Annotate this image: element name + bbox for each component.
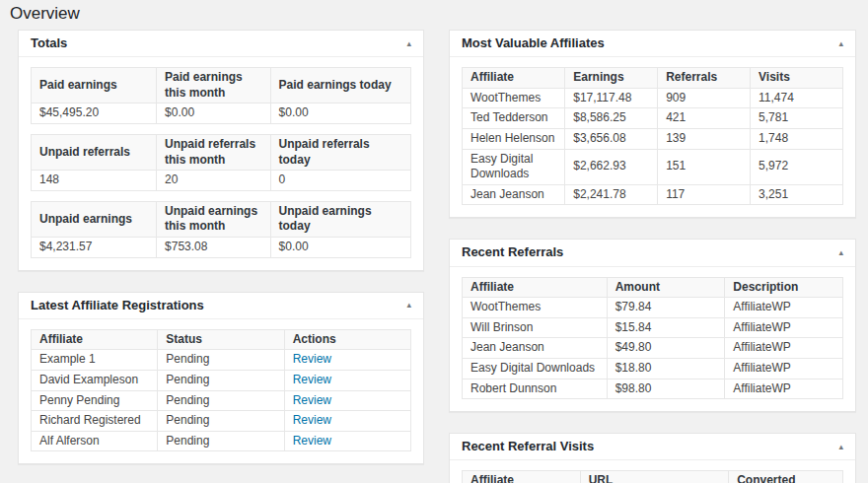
cell-affiliate: Will Brinson (463, 317, 608, 338)
cell-description: AffiliateWP (725, 359, 843, 380)
cell-earnings: $17,117.48 (565, 88, 658, 108)
table-row: $45,495.20$0.00$0.00 (32, 104, 411, 124)
collapse-arrow-icon[interactable]: ▴ (838, 248, 843, 257)
column-header-affiliate: Affiliate (463, 277, 608, 298)
cell-visits: 3,251 (751, 184, 843, 205)
column-header-unpaid-earnings: Unpaid earnings (32, 201, 157, 237)
cell-status: Pending (158, 431, 284, 451)
header-row: Paid earningsPaid earnings this monthPai… (32, 68, 411, 104)
panel-title-latest-registrations: Latest Affiliate Registrations (31, 298, 204, 313)
cell-affiliate: Helen Helenson (463, 129, 565, 150)
collapse-arrow-icon[interactable]: ▴ (838, 39, 843, 48)
cell-description: AffiliateWP (725, 298, 843, 318)
cell-affiliate: Jean Jeanson (463, 338, 608, 359)
recent-referrals-table: AffiliateAmountDescriptionWootThemes$79.… (462, 277, 843, 400)
cell-referrals: 909 (658, 88, 751, 108)
cell-earnings: $2,241.78 (565, 184, 658, 205)
cell-status: Pending (158, 350, 284, 371)
table-row: Richard RegisteredPendingReview (32, 411, 411, 432)
cell-affiliate: David Exampleson (32, 371, 158, 391)
cell-amount: $18.80 (607, 359, 725, 380)
cell-amount: $49.80 (607, 338, 725, 359)
cell-unpaid-referrals: 148 (32, 171, 157, 191)
cell-affiliate: Alf Alferson (32, 431, 158, 451)
header-row: AffiliateStatusActions (32, 329, 411, 350)
cell-actions: Review (284, 390, 410, 411)
table-row: Jean Jeanson$2,241.781173,251 (463, 184, 843, 205)
cell-affiliate: Penny Pending (32, 390, 158, 411)
table-row: Easy Digital Downloads$18.80AffiliateWP (463, 359, 843, 380)
cell-unpaid-earnings-this-month: $753.08 (157, 238, 271, 258)
review-link[interactable]: Review (293, 352, 331, 366)
cell-affiliate: WootThemes (463, 88, 565, 108)
cell-referrals: 421 (658, 108, 751, 129)
cell-affiliate: Easy Digital Downloads (463, 149, 565, 184)
header-row: AffiliateEarningsReferralsVisits (463, 68, 843, 89)
column-header-amount: Amount (607, 277, 725, 298)
table-row: Helen Helenson$3,656.081391,748 (463, 129, 843, 150)
panel-title-totals: Totals (31, 35, 67, 51)
cell-actions: Review (284, 431, 410, 451)
cell-status: Pending (158, 371, 284, 391)
panel-title-recent-referrals: Recent Referrals (462, 244, 563, 260)
cell-status: Pending (158, 390, 284, 411)
unpaid-earnings-table: Unpaid earningsUnpaid earnings this mont… (31, 201, 411, 258)
cell-affiliate: Ted Tedderson (463, 108, 565, 129)
header-row: AffiliateAmountDescription (463, 277, 843, 298)
column-header-paid-earnings: Paid earnings (32, 68, 157, 104)
column-header-unpaid-referrals-this-month: Unpaid referrals this month (157, 135, 271, 171)
cell-unpaid-referrals-today: 0 (270, 171, 410, 191)
table-row: Easy Digital Downloads$2,662.931515,972 (463, 149, 843, 184)
panel-recent-referrals-body: AffiliateAmountDescriptionWootThemes$79.… (450, 267, 855, 412)
column-header-description: Description (725, 277, 843, 298)
table-row: 148200 (32, 171, 411, 191)
cell-earnings: $8,586.25 (565, 108, 658, 129)
panel-recent-referrals: Recent Referrals ▴ AffiliateAmountDescri… (449, 239, 856, 412)
table-row: Will Brinson$15.84AffiliateWP (463, 317, 843, 338)
panel-latest-registrations: Latest Affiliate Registrations ▴ Affilia… (18, 292, 424, 465)
header-row: Unpaid earningsUnpaid earnings this mont… (32, 201, 411, 237)
cell-amount: $79.84 (607, 298, 725, 318)
latest-registrations-table: AffiliateStatusActionsExample 1PendingRe… (31, 329, 411, 452)
cell-visits: 5,972 (751, 149, 843, 184)
column-header-earnings: Earnings (565, 68, 658, 89)
table-row: Alf AlfersonPendingReview (32, 431, 411, 451)
column-header-unpaid-referrals: Unpaid referrals (32, 135, 157, 171)
review-link[interactable]: Review (293, 393, 331, 407)
cell-earnings: $3,656.08 (565, 129, 658, 150)
review-link[interactable]: Review (293, 413, 331, 427)
table-row: Penny PendingPendingReview (32, 390, 411, 411)
cell-unpaid-earnings: $4,231.57 (32, 238, 157, 258)
panel-title-most-valuable: Most Valuable Affiliates (462, 35, 605, 51)
cell-paid-earnings-today: $0.00 (270, 104, 410, 124)
cell-referrals: 139 (658, 129, 751, 150)
table-row: Jean Jeanson$49.80AffiliateWP (463, 338, 843, 359)
column-header-unpaid-earnings-today: Unpaid earnings today (270, 201, 410, 237)
review-link[interactable]: Review (293, 373, 331, 386)
paid-earnings-table: Paid earningsPaid earnings this monthPai… (31, 67, 411, 124)
collapse-arrow-icon[interactable]: ▴ (406, 301, 411, 310)
table-row: David ExamplesonPendingReview (32, 371, 411, 391)
column-header-paid-earnings-this-month: Paid earnings this month (157, 68, 271, 104)
panel-recent-referrals-header: Recent Referrals ▴ (450, 240, 855, 266)
table-row: WootThemes$79.84AffiliateWP (463, 298, 843, 318)
cell-visits: 1,748 (751, 129, 843, 150)
unpaid-referrals-table: Unpaid referralsUnpaid referrals this mo… (31, 134, 411, 191)
header-row: AffiliateURLConverted (463, 471, 843, 483)
cell-visits: 11,474 (751, 88, 843, 108)
table-row: Robert Dunnson$98.80AffiliateWP (463, 379, 843, 399)
cell-unpaid-referrals-this-month: 20 (157, 171, 271, 191)
left-column: Totals ▴ Paid earningsPaid earnings this… (18, 30, 424, 483)
column-header-referrals: Referrals (658, 68, 751, 89)
dashboard-columns: Totals ▴ Paid earningsPaid earnings this… (0, 30, 868, 483)
collapse-arrow-icon[interactable]: ▴ (838, 443, 843, 451)
column-header-affiliate: Affiliate (463, 68, 565, 89)
review-link[interactable]: Review (293, 434, 331, 448)
cell-paid-earnings: $45,495.20 (32, 104, 157, 124)
cell-affiliate: Robert Dunnson (463, 379, 608, 399)
table-row: $4,231.57$753.08$0.00 (32, 238, 411, 258)
panel-latest-registrations-body: AffiliateStatusActionsExample 1PendingRe… (19, 319, 423, 464)
cell-affiliate: Easy Digital Downloads (463, 359, 608, 380)
collapse-arrow-icon[interactable]: ▴ (406, 39, 411, 48)
panel-most-valuable-header: Most Valuable Affiliates ▴ (450, 31, 855, 57)
